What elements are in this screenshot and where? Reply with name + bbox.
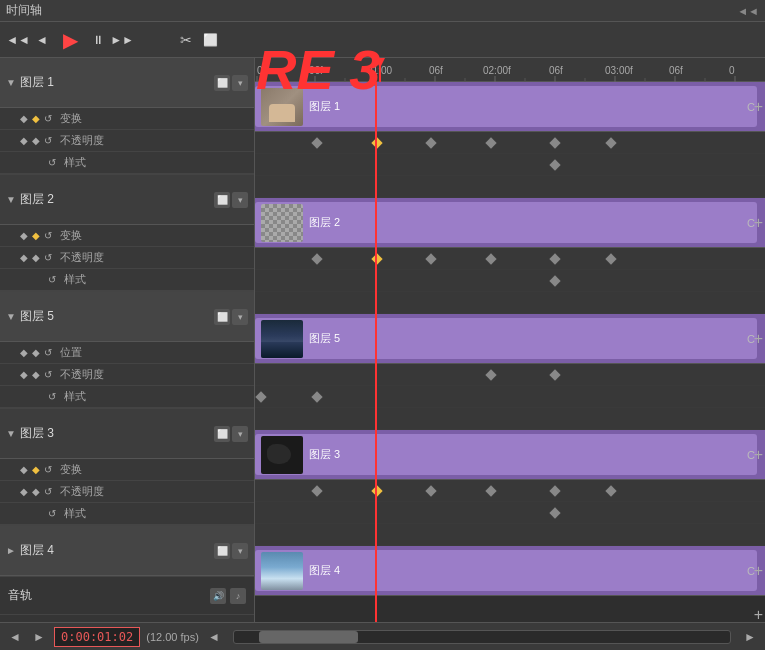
layer1-more-icon[interactable]: ▾	[232, 75, 248, 91]
layer3-opacity-row[interactable]	[255, 502, 765, 524]
audio-track-row: 音轨 🔊 ♪	[0, 577, 254, 615]
layer1-plus-btn[interactable]: +	[754, 98, 763, 116]
layer5-sub2-dot1: ◆	[20, 369, 28, 380]
scroll-thumb[interactable]	[259, 631, 358, 643]
layer3-settings-icon[interactable]: ⬜	[214, 426, 230, 442]
layer1-sub2-refresh[interactable]: ↺	[44, 135, 52, 146]
layer5-settings-icon[interactable]: ⬜	[214, 309, 230, 325]
audio-right-track[interactable]: +	[255, 596, 765, 622]
layer3-thumb	[261, 436, 303, 474]
layer2-plus-btn[interactable]: +	[754, 214, 763, 232]
step-back-button[interactable]: ◄	[32, 30, 52, 50]
layer5-sub1-dot2: ◆	[32, 347, 40, 358]
bottom-go-end[interactable]: ►	[30, 628, 48, 646]
layer5-plus-btn[interactable]: +	[754, 330, 763, 348]
layer3-style-row[interactable]	[255, 524, 765, 546]
tracks-container[interactable]: 图层 1 C +	[255, 82, 765, 622]
scissors-tool[interactable]: ✂	[176, 30, 196, 50]
layer2-opacity-row[interactable]	[255, 270, 765, 292]
layer3-sub2-dot2: ◆	[32, 486, 40, 497]
layer4-expand[interactable]: ►	[6, 545, 16, 556]
layer1-sub2-label: 不透明度	[60, 133, 104, 148]
layer5-sub1-refresh[interactable]: ↺	[44, 347, 52, 358]
play-button[interactable]: ▶	[56, 26, 84, 54]
split-tool[interactable]: ⬜	[200, 30, 220, 50]
layer1-sub-transform: ◆ ◆ ↺ 变换	[0, 108, 254, 130]
layer1-transform-row[interactable]	[255, 132, 765, 154]
layer2-sub1-refresh[interactable]: ↺	[44, 230, 52, 241]
layer5-track-main[interactable]: 图层 5 C +	[255, 314, 765, 364]
layer5-more-icon[interactable]: ▾	[232, 309, 248, 325]
collapse-arrows[interactable]: ◄◄	[737, 5, 759, 17]
svg-text:00: 00	[257, 65, 269, 76]
layer5-bar: 图层 5	[255, 318, 757, 359]
go-start-button[interactable]: ◄◄	[8, 30, 28, 50]
layer2-more-icon[interactable]: ▾	[232, 192, 248, 208]
layer4-bar-name: 图层 4	[309, 563, 340, 578]
layer1-sub3-refresh[interactable]: ↺	[20, 157, 56, 168]
timeline-scrollbar[interactable]	[233, 630, 731, 644]
kf-l1-o1	[549, 159, 560, 170]
layer1-bar-name: 图层 1	[309, 99, 340, 114]
timecode-display[interactable]: 0:00:01:02	[54, 627, 140, 647]
layer1-name: 图层 1	[20, 74, 214, 91]
layer2-sub2-label: 不透明度	[60, 250, 104, 265]
layer3-more-icon[interactable]: ▾	[232, 426, 248, 442]
layer5-sub1-label: 位置	[60, 345, 82, 360]
bottom-go-start[interactable]: ◄	[6, 628, 24, 646]
layer5-opacity-row[interactable]	[255, 386, 765, 408]
layer2-settings-icon[interactable]: ⬜	[214, 192, 230, 208]
bottom-arrow-left[interactable]: ◄	[205, 628, 223, 646]
audio-label: 音轨	[8, 587, 206, 604]
pause-button[interactable]: ⏸	[88, 30, 108, 50]
audio-left: 音轨 🔊 ♪	[0, 587, 254, 604]
layer5-sub1-dot1: ◆	[20, 347, 28, 358]
svg-text:06f: 06f	[669, 65, 683, 76]
audio-plus-btn[interactable]: +	[754, 606, 763, 623]
layer1-sub1-refresh[interactable]: ↺	[44, 113, 52, 124]
layer5-position-row[interactable]	[255, 364, 765, 386]
layer1-expand[interactable]: ▼	[6, 77, 16, 88]
layer5-expand[interactable]: ▼	[6, 311, 16, 322]
layer4-plus-btn[interactable]: +	[754, 562, 763, 580]
layer5-sub2-refresh[interactable]: ↺	[44, 369, 52, 380]
layer3-track-main[interactable]: 图层 3 C +	[255, 430, 765, 480]
layer2-sub-opacity: ◆ ◆ ↺ 不透明度	[0, 247, 254, 269]
kf-l2-t6	[605, 253, 616, 264]
audio-speaker-icon[interactable]: 🔊	[210, 588, 226, 604]
layer1-settings-icon[interactable]: ⬜	[214, 75, 230, 91]
main-container: ◄◄ ◄ ▶ ⏸ ►► ✂ ⬜ RE 3 ▼ 图层 1 ⬜ ▾ ◆ ◆	[0, 22, 765, 650]
layer2-track-main[interactable]: 图层 2 C +	[255, 198, 765, 248]
layer5-thumb	[261, 320, 303, 358]
layer2-sub2-refresh[interactable]: ↺	[44, 252, 52, 263]
layer5-sub3-refresh[interactable]: ↺	[20, 391, 56, 402]
layer3-sub2-refresh[interactable]: ↺	[44, 486, 52, 497]
ruler-svg: 00 06f 01:00 06f 02:00f 06f 03:00f 06f	[255, 58, 765, 82]
ruler: 00 06f 01:00 06f 02:00f 06f 03:00f 06f	[255, 58, 765, 82]
layer2-style-row[interactable]	[255, 292, 765, 314]
layer4-settings-icon[interactable]: ⬜	[214, 543, 230, 559]
audio-note-icon[interactable]: ♪	[230, 588, 246, 604]
layer4-track-main[interactable]: 图层 4 C +	[255, 546, 765, 596]
layer1-style-row[interactable]	[255, 176, 765, 198]
kf-l3-t1	[311, 485, 322, 496]
layer2-expand[interactable]: ▼	[6, 194, 16, 205]
layer4-more-icon[interactable]: ▾	[232, 543, 248, 559]
layer1-opacity-row[interactable]	[255, 154, 765, 176]
go-end-button[interactable]: ►►	[112, 30, 132, 50]
kf-l3-t3	[425, 485, 436, 496]
right-panel: 00 06f 01:00 06f 02:00f 06f 03:00f 06f	[255, 58, 765, 622]
layer2-transform-row[interactable]	[255, 248, 765, 270]
layer3-expand[interactable]: ▼	[6, 428, 16, 439]
bottom-arrow-right[interactable]: ►	[741, 628, 759, 646]
layer5-bar-name: 图层 5	[309, 331, 340, 346]
panel-title: 时间轴	[6, 2, 42, 19]
layer3-plus-btn[interactable]: +	[754, 446, 763, 464]
layer3-sub1-label: 变换	[60, 462, 82, 477]
layer2-sub3-refresh[interactable]: ↺	[20, 274, 56, 285]
layer5-style-row[interactable]	[255, 408, 765, 430]
layer3-sub1-refresh[interactable]: ↺	[44, 464, 52, 475]
layer1-track-main[interactable]: 图层 1 C +	[255, 82, 765, 132]
layer3-sub3-refresh[interactable]: ↺	[20, 508, 56, 519]
layer3-transform-row[interactable]	[255, 480, 765, 502]
